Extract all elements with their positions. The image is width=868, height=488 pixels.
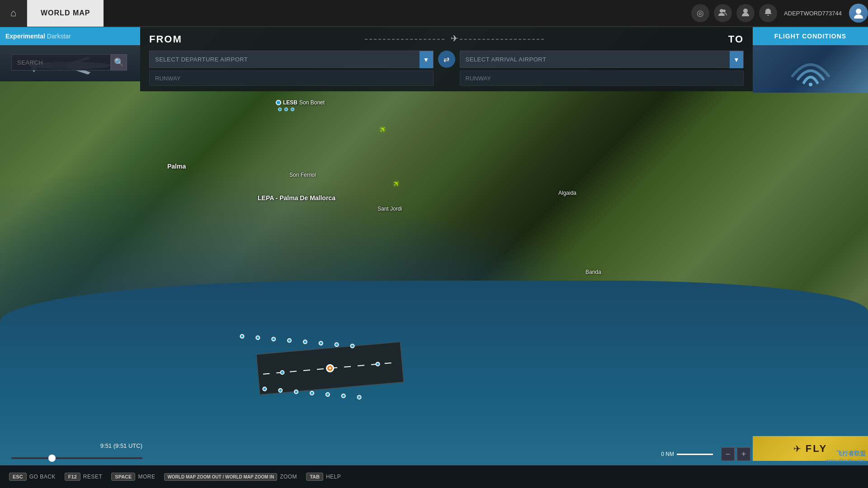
profile-icon	[741, 8, 750, 19]
svg-point-1	[723, 9, 726, 12]
arrival-placeholder: SELECT ARRIVAL AIRPORT	[466, 56, 738, 63]
palma-airport-runways: ✦	[258, 348, 402, 389]
watermark-url: www.chinafsr.com	[826, 458, 866, 463]
map-container[interactable]: ✦	[0, 27, 868, 488]
shortcut-help: TAB HELP	[306, 473, 341, 481]
flight-conditions-content[interactable]	[753, 45, 868, 93]
watermark-logo: 飞行者联盟	[836, 450, 866, 458]
go-back-label: GO BACK	[29, 474, 56, 480]
shortcut-reset: F12 RESET	[65, 473, 102, 481]
flight-path-indicator: ✈	[182, 33, 728, 46]
bell-icon	[764, 8, 773, 19]
map-background: ✦	[0, 27, 868, 488]
departure-runway-label: RUNWAY	[155, 75, 180, 82]
map-label-algaida: Algaida	[558, 190, 576, 196]
flight-conditions-title: FLIGHT CONDITIONS	[774, 33, 846, 40]
search-box: 🔍	[11, 54, 127, 70]
svg-point-2	[743, 9, 748, 13]
scale-label: 0 NM	[661, 451, 674, 457]
darkstar-label: Darkstar	[47, 33, 71, 40]
tab-key: TAB	[306, 473, 323, 481]
map-label-palma: Palma	[167, 163, 186, 170]
fly-label: FLY	[806, 443, 828, 455]
world-map-label: WORLD MAP	[41, 9, 90, 17]
zoom-label: ZOOM	[280, 474, 297, 480]
home-button[interactable]: ⌂	[0, 0, 27, 27]
group-button[interactable]	[714, 4, 732, 22]
bell-button[interactable]	[759, 4, 777, 22]
topbar-icons: ◎	[691, 4, 784, 22]
arrival-runway-label: RUNWAY	[466, 75, 491, 82]
plane-marker-1[interactable]: ✈	[377, 123, 389, 135]
sidebar-header: Experimental Darkstar	[0, 27, 140, 45]
map-label-banda: Banda	[585, 269, 601, 275]
zoom-in-button[interactable]: +	[737, 447, 750, 461]
zoom-out-button[interactable]: −	[721, 447, 735, 461]
user-info[interactable]: ADEPTWORD773744	[784, 4, 868, 23]
map-label-santjordi: Sant Jordi	[377, 206, 402, 212]
swap-icon: ⇄	[443, 55, 449, 64]
space-key: SPACE	[111, 473, 135, 481]
topbar: ⌂ WORLD MAP ◎	[0, 0, 868, 27]
flight-path-svg-inline: ✈	[365, 33, 546, 46]
plus-icon: +	[741, 450, 746, 459]
svg-point-3	[856, 9, 861, 14]
target-button[interactable]: ◎	[691, 4, 709, 22]
arrival-dropdown-arrow: ▼	[730, 51, 743, 68]
f12-key: F12	[65, 473, 80, 481]
bottom-bar: ESC GO BACK F12 RESET SPACE MORE WORLD M…	[0, 465, 868, 488]
minus-icon: −	[726, 450, 731, 459]
search-button[interactable]: 🔍	[111, 54, 127, 70]
zoom-controls: 0 NM − +	[661, 447, 750, 461]
more-label: MORE	[138, 474, 155, 480]
swap-airports-button[interactable]: ⇄	[438, 51, 455, 68]
flight-panel: FROM ✈ TO SELECT DEPARTURE AIRPORT ▼ RUN…	[140, 27, 753, 91]
departure-dropdown[interactable]: SELECT DEPARTURE AIRPORT ▼	[149, 51, 434, 68]
target-icon: ◎	[697, 8, 704, 18]
svg-text:✈: ✈	[451, 33, 458, 43]
shortcut-go-back: ESC GO BACK	[9, 473, 56, 481]
flight-conditions-panel: FLIGHT CONDITIONS	[753, 27, 868, 93]
scale-bar: 0 NM	[661, 451, 714, 457]
scale-line	[677, 454, 713, 455]
reset-label: RESET	[83, 474, 103, 480]
weather-icon	[788, 51, 833, 87]
username: ADEPTWORD773744	[784, 10, 842, 17]
svg-point-0	[720, 9, 723, 13]
map-label-sonferriol: Son Ferriol	[289, 172, 316, 178]
time-slider[interactable]	[11, 457, 142, 459]
arrival-runway: RUNWAY	[460, 70, 744, 86]
time-display: 9:51 (9:51 UTC)	[11, 442, 142, 449]
map-label-palma-airport: LEPA - Palma De Mallorca	[258, 194, 335, 202]
time-slider-container: 9:51 (9:51 UTC)	[11, 442, 142, 461]
help-label: HELP	[326, 474, 341, 480]
arrival-dropdown[interactable]: SELECT ARRIVAL AIRPORT ▼	[460, 51, 744, 68]
home-icon: ⌂	[10, 7, 16, 19]
lesb-airport-marker[interactable]: LESB Son Bonet	[276, 99, 325, 111]
search-input[interactable]	[11, 54, 111, 70]
flight-conditions-header: FLIGHT CONDITIONS	[753, 27, 868, 45]
zoom-keys: WORLD MAP ZOOM OUT / WORLD MAP ZOOM IN	[164, 473, 277, 481]
plane-marker-2[interactable]: ✈	[391, 178, 402, 189]
shortcut-more: SPACE MORE	[111, 473, 155, 481]
world-map-tab[interactable]: WORLD MAP	[27, 0, 104, 27]
arrival-group: SELECT ARRIVAL AIRPORT ▼ RUNWAY	[460, 51, 744, 86]
to-label: TO	[728, 33, 744, 45]
flight-panel-header: FROM ✈ TO	[149, 33, 744, 46]
from-label: FROM	[149, 33, 182, 45]
watermark: 飞行者联盟 www.chinafsr.com	[826, 450, 866, 463]
departure-dropdown-arrow: ▼	[420, 51, 433, 68]
group-icon	[718, 8, 727, 19]
flight-panel-airports: SELECT DEPARTURE AIRPORT ▼ RUNWAY ⇄ SELE…	[149, 51, 744, 86]
svg-point-10	[809, 83, 812, 86]
esc-key: ESC	[9, 473, 27, 481]
departure-runway: RUNWAY	[149, 70, 434, 86]
profile-button[interactable]	[736, 4, 755, 22]
search-icon: 🔍	[114, 57, 124, 67]
fly-plane-icon: ✈	[793, 443, 801, 454]
avatar	[849, 4, 868, 23]
shortcut-zoom: WORLD MAP ZOOM OUT / WORLD MAP ZOOM IN Z…	[164, 473, 297, 481]
departure-placeholder: SELECT DEPARTURE AIRPORT	[155, 56, 428, 63]
experimental-label: Experimental	[5, 33, 45, 40]
departure-group: SELECT DEPARTURE AIRPORT ▼ RUNWAY	[149, 51, 434, 86]
